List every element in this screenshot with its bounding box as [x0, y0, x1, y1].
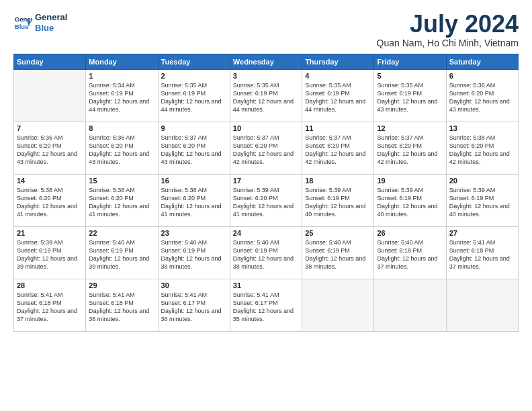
- day-number: 15: [89, 177, 154, 185]
- cell-info: Sunrise: 5:36 AMSunset: 6:20 PMDaylight:…: [17, 134, 77, 165]
- col-monday: Monday: [86, 54, 158, 70]
- cell-info: Sunrise: 5:38 AMSunset: 6:20 PMDaylight:…: [449, 134, 510, 165]
- calendar-cell: 8 Sunrise: 5:36 AMSunset: 6:20 PMDayligh…: [86, 122, 158, 175]
- day-number: 21: [17, 229, 83, 237]
- cell-info: Sunrise: 5:39 AMSunset: 6:20 PMDaylight:…: [233, 187, 294, 218]
- day-number: 10: [233, 124, 299, 132]
- col-friday: Friday: [374, 54, 446, 70]
- calendar-cell: 14 Sunrise: 5:38 AMSunset: 6:20 PMDaylig…: [14, 175, 86, 227]
- cell-info: Sunrise: 5:41 AMSunset: 6:18 PMDaylight:…: [449, 239, 510, 270]
- day-number: 29: [89, 281, 154, 289]
- calendar-cell: 21 Sunrise: 5:39 AMSunset: 6:19 PMDaylig…: [14, 227, 86, 279]
- day-number: 17: [233, 177, 299, 185]
- cell-info: Sunrise: 5:38 AMSunset: 6:20 PMDaylight:…: [161, 187, 222, 218]
- cell-info: Sunrise: 5:39 AMSunset: 6:19 PMDaylight:…: [305, 187, 365, 218]
- day-number: 25: [305, 229, 371, 237]
- calendar-cell: [302, 279, 374, 332]
- calendar-cell: 30 Sunrise: 5:41 AMSunset: 6:17 PMDaylig…: [158, 279, 230, 332]
- cell-info: Sunrise: 5:41 AMSunset: 6:18 PMDaylight:…: [89, 291, 149, 322]
- calendar-cell: 11 Sunrise: 5:37 AMSunset: 6:20 PMDaylig…: [302, 122, 374, 175]
- cell-info: Sunrise: 5:41 AMSunset: 6:17 PMDaylight:…: [233, 291, 294, 322]
- calendar-cell: 3 Sunrise: 5:35 AMSunset: 6:19 PMDayligh…: [230, 70, 302, 122]
- day-number: 8: [89, 124, 154, 132]
- calendar-cell: 10 Sunrise: 5:37 AMSunset: 6:20 PMDaylig…: [230, 122, 302, 175]
- day-number: 27: [449, 229, 515, 237]
- cell-info: Sunrise: 5:40 AMSunset: 6:19 PMDaylight:…: [233, 239, 294, 270]
- day-number: 24: [233, 229, 299, 237]
- cell-info: Sunrise: 5:37 AMSunset: 6:20 PMDaylight:…: [233, 134, 294, 165]
- calendar-cell: 15 Sunrise: 5:38 AMSunset: 6:20 PMDaylig…: [86, 175, 158, 227]
- calendar-cell: [14, 70, 86, 122]
- calendar-cell: 25 Sunrise: 5:40 AMSunset: 6:19 PMDaylig…: [302, 227, 374, 279]
- day-number: 26: [377, 229, 443, 237]
- cell-info: Sunrise: 5:41 AMSunset: 6:18 PMDaylight:…: [17, 291, 77, 322]
- cell-info: Sunrise: 5:39 AMSunset: 6:19 PMDaylight:…: [17, 239, 77, 270]
- cell-info: Sunrise: 5:40 AMSunset: 6:19 PMDaylight:…: [305, 239, 365, 270]
- calendar-cell: 5 Sunrise: 5:35 AMSunset: 6:19 PMDayligh…: [374, 70, 446, 122]
- col-wednesday: Wednesday: [230, 54, 302, 70]
- day-number: 7: [17, 124, 83, 132]
- calendar-cell: 28 Sunrise: 5:41 AMSunset: 6:18 PMDaylig…: [14, 279, 86, 332]
- col-saturday: Saturday: [446, 54, 518, 70]
- day-number: 12: [377, 124, 443, 132]
- day-number: 4: [305, 72, 371, 80]
- svg-text:Blue: Blue: [15, 22, 29, 30]
- calendar-cell: 29 Sunrise: 5:41 AMSunset: 6:18 PMDaylig…: [86, 279, 158, 332]
- cell-info: Sunrise: 5:36 AMSunset: 6:20 PMDaylight:…: [449, 82, 510, 113]
- day-number: 18: [305, 177, 371, 185]
- cell-info: Sunrise: 5:34 AMSunset: 6:19 PMDaylight:…: [89, 82, 149, 113]
- page: General Blue General Blue July 2024 Quan…: [0, 0, 532, 411]
- cell-info: Sunrise: 5:40 AMSunset: 6:18 PMDaylight:…: [377, 239, 437, 270]
- calendar-cell: 2 Sunrise: 5:35 AMSunset: 6:19 PMDayligh…: [158, 70, 230, 122]
- day-number: 23: [161, 229, 227, 237]
- cell-info: Sunrise: 5:37 AMSunset: 6:20 PMDaylight:…: [377, 134, 437, 165]
- cell-info: Sunrise: 5:35 AMSunset: 6:19 PMDaylight:…: [377, 82, 437, 113]
- day-number: 5: [377, 72, 443, 80]
- calendar-header-row: Sunday Monday Tuesday Wednesday Thursday…: [14, 54, 519, 70]
- cell-info: Sunrise: 5:40 AMSunset: 6:19 PMDaylight:…: [161, 239, 222, 270]
- calendar-cell: 18 Sunrise: 5:39 AMSunset: 6:19 PMDaylig…: [302, 175, 374, 227]
- day-number: 9: [161, 124, 227, 132]
- cell-info: Sunrise: 5:38 AMSunset: 6:20 PMDaylight:…: [89, 187, 149, 218]
- calendar-cell: 26 Sunrise: 5:40 AMSunset: 6:18 PMDaylig…: [374, 227, 446, 279]
- day-number: 13: [449, 124, 515, 132]
- calendar-week-4: 21 Sunrise: 5:39 AMSunset: 6:19 PMDaylig…: [14, 227, 519, 279]
- calendar-cell: 19 Sunrise: 5:39 AMSunset: 6:19 PMDaylig…: [374, 175, 446, 227]
- cell-info: Sunrise: 5:38 AMSunset: 6:20 PMDaylight:…: [17, 187, 77, 218]
- col-thursday: Thursday: [302, 54, 374, 70]
- day-number: 6: [449, 72, 515, 80]
- day-number: 1: [89, 72, 154, 80]
- calendar-cell: 6 Sunrise: 5:36 AMSunset: 6:20 PMDayligh…: [446, 70, 518, 122]
- day-number: 22: [89, 229, 154, 237]
- col-sunday: Sunday: [14, 54, 86, 70]
- calendar-cell: [446, 279, 518, 332]
- calendar-cell: [374, 279, 446, 332]
- day-number: 30: [161, 281, 227, 289]
- calendar-week-5: 28 Sunrise: 5:41 AMSunset: 6:18 PMDaylig…: [14, 279, 519, 332]
- cell-info: Sunrise: 5:39 AMSunset: 6:19 PMDaylight:…: [377, 187, 437, 218]
- cell-info: Sunrise: 5:37 AMSunset: 6:20 PMDaylight:…: [305, 134, 365, 165]
- cell-info: Sunrise: 5:36 AMSunset: 6:20 PMDaylight:…: [89, 134, 149, 165]
- calendar-week-2: 7 Sunrise: 5:36 AMSunset: 6:20 PMDayligh…: [14, 122, 519, 175]
- calendar-cell: 9 Sunrise: 5:37 AMSunset: 6:20 PMDayligh…: [158, 122, 230, 175]
- calendar-table: Sunday Monday Tuesday Wednesday Thursday…: [13, 54, 519, 332]
- day-number: 19: [377, 177, 443, 185]
- month-year: July 2024: [377, 12, 519, 36]
- logo-icon: General Blue: [13, 13, 32, 32]
- cell-info: Sunrise: 5:35 AMSunset: 6:19 PMDaylight:…: [161, 82, 222, 113]
- cell-info: Sunrise: 5:35 AMSunset: 6:19 PMDaylight:…: [233, 82, 294, 113]
- day-number: 31: [233, 281, 299, 289]
- calendar-week-1: 1 Sunrise: 5:34 AMSunset: 6:19 PMDayligh…: [14, 70, 519, 122]
- day-number: 28: [17, 281, 83, 289]
- calendar-cell: 17 Sunrise: 5:39 AMSunset: 6:20 PMDaylig…: [230, 175, 302, 227]
- title-block: July 2024 Quan Nam, Ho Chi Minh, Vietnam: [377, 12, 519, 48]
- calendar-cell: 16 Sunrise: 5:38 AMSunset: 6:20 PMDaylig…: [158, 175, 230, 227]
- calendar-cell: 31 Sunrise: 5:41 AMSunset: 6:17 PMDaylig…: [230, 279, 302, 332]
- day-number: 3: [233, 72, 299, 80]
- logo-text-blue: Blue: [35, 23, 67, 34]
- cell-info: Sunrise: 5:39 AMSunset: 6:19 PMDaylight:…: [449, 187, 510, 218]
- calendar-cell: 27 Sunrise: 5:41 AMSunset: 6:18 PMDaylig…: [446, 227, 518, 279]
- calendar-cell: 22 Sunrise: 5:40 AMSunset: 6:19 PMDaylig…: [86, 227, 158, 279]
- day-number: 16: [161, 177, 227, 185]
- calendar-cell: 24 Sunrise: 5:40 AMSunset: 6:19 PMDaylig…: [230, 227, 302, 279]
